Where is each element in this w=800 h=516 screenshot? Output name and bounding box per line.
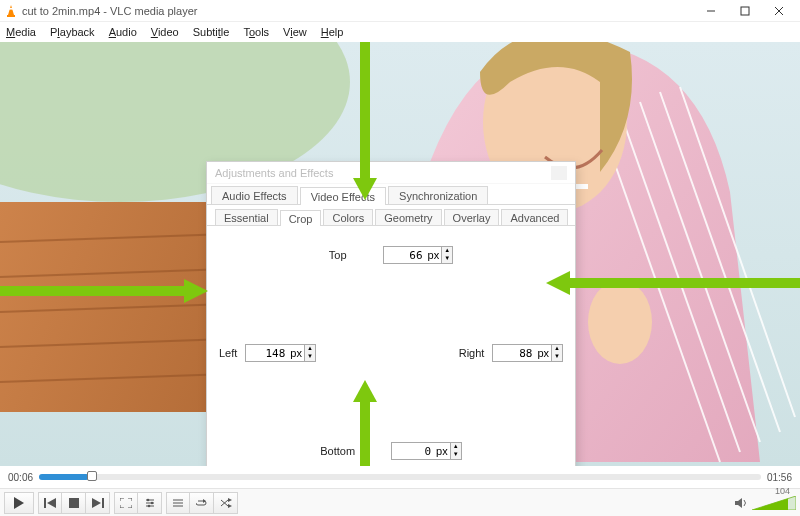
video-canvas: Adjustments and Effects Audio Effects Vi… — [0, 42, 800, 466]
menu-subtitle[interactable]: Subtitle — [193, 26, 230, 38]
main-tabs: Audio Effects Video Effects Synchronizat… — [207, 184, 575, 205]
svg-marker-48 — [228, 504, 232, 508]
crop-panel: Top px ▲▼ Left px ▲▼ R — [207, 226, 575, 466]
subtab-advanced[interactable]: Advanced — [501, 209, 568, 225]
maximize-button[interactable] — [728, 1, 762, 21]
menu-media[interactable]: Media — [6, 26, 36, 38]
seekbar[interactable] — [39, 474, 761, 480]
dialog-title: Adjustments and Effects — [215, 167, 551, 179]
seekbar-area: 00:06 01:56 — [0, 466, 800, 488]
close-window-button[interactable] — [762, 1, 796, 21]
speaker-icon — [734, 496, 748, 510]
spin-down-icon[interactable]: ▼ — [552, 353, 562, 361]
crop-top-input[interactable] — [384, 249, 426, 262]
menu-tools[interactable]: Tools — [243, 26, 269, 38]
dialog-close-button[interactable] — [551, 166, 567, 180]
crop-right-label: Right — [459, 347, 485, 359]
tab-synchronization[interactable]: Synchronization — [388, 186, 488, 204]
volume-control[interactable]: 104 — [734, 496, 796, 510]
spin-up-icon[interactable]: ▲ — [451, 443, 461, 451]
seekbar-fill — [39, 474, 89, 480]
vlc-logo-icon — [4, 4, 18, 18]
dialog-titlebar[interactable]: Adjustments and Effects — [207, 162, 575, 184]
crop-left-input[interactable] — [246, 347, 288, 360]
spin-up-icon[interactable]: ▲ — [305, 345, 315, 353]
fullscreen-button[interactable] — [114, 492, 138, 514]
menu-help[interactable]: Help — [321, 26, 344, 38]
svg-marker-31 — [14, 497, 24, 509]
menu-audio[interactable]: Audio — [109, 26, 137, 38]
crop-bottom-input[interactable] — [392, 445, 434, 458]
crop-top-label: Top — [329, 249, 347, 261]
time-total: 01:56 — [767, 472, 792, 483]
svg-point-42 — [147, 504, 150, 507]
subtab-colors[interactable]: Colors — [323, 209, 373, 225]
controlbar: 104 — [0, 488, 800, 516]
seekbar-thumb[interactable] — [87, 471, 97, 481]
spin-down-icon[interactable]: ▼ — [442, 255, 452, 263]
svg-rect-4 — [741, 7, 749, 15]
play-button[interactable] — [4, 492, 34, 514]
menu-view[interactable]: View — [283, 26, 307, 38]
svg-point-41 — [150, 501, 153, 504]
crop-right-spinbox[interactable]: px ▲▼ — [492, 344, 563, 362]
spin-up-icon[interactable]: ▲ — [552, 345, 562, 353]
time-elapsed: 00:06 — [8, 472, 33, 483]
titlebar: cut to 2min.mp4 - VLC media player — [0, 0, 800, 22]
menubar: Media Playback Audio Video Subtitle Tool… — [0, 22, 800, 42]
svg-rect-2 — [7, 15, 15, 17]
window-title: cut to 2min.mp4 - VLC media player — [22, 5, 694, 17]
svg-marker-47 — [228, 498, 232, 502]
tab-video-effects[interactable]: Video Effects — [300, 187, 386, 205]
spin-up-icon[interactable]: ▲ — [442, 247, 452, 255]
crop-top-spinbox[interactable]: px ▲▼ — [383, 246, 454, 264]
spin-down-icon[interactable]: ▼ — [451, 451, 461, 459]
svg-rect-34 — [69, 498, 79, 508]
menu-video[interactable]: Video — [151, 26, 179, 38]
next-button[interactable] — [86, 492, 110, 514]
svg-marker-35 — [92, 498, 101, 508]
crop-bottom-label: Bottom — [320, 445, 355, 457]
loop-button[interactable] — [190, 492, 214, 514]
svg-rect-1 — [9, 8, 13, 10]
menu-playback[interactable]: Playback — [50, 26, 95, 38]
svg-marker-0 — [8, 5, 14, 15]
svg-rect-32 — [44, 498, 46, 508]
prev-button[interactable] — [38, 492, 62, 514]
crop-left-label: Left — [219, 347, 237, 359]
crop-bottom-spinbox[interactable]: px ▲▼ — [391, 442, 462, 460]
svg-point-22 — [588, 280, 652, 364]
crop-left-spinbox[interactable]: px ▲▼ — [245, 344, 316, 362]
shuffle-button[interactable] — [214, 492, 238, 514]
subtab-crop[interactable]: Crop — [280, 210, 322, 226]
minimize-button[interactable] — [694, 1, 728, 21]
subtab-overlay[interactable]: Overlay — [444, 209, 500, 225]
ext-settings-button[interactable] — [138, 492, 162, 514]
crop-right-input[interactable] — [493, 347, 535, 360]
tab-audio-effects[interactable]: Audio Effects — [211, 186, 298, 204]
svg-marker-33 — [47, 498, 56, 508]
volume-percent: 104 — [775, 486, 790, 496]
stop-button[interactable] — [62, 492, 86, 514]
spin-down-icon[interactable]: ▼ — [305, 353, 315, 361]
svg-marker-49 — [735, 498, 742, 508]
video-effects-subtabs: Essential Crop Colors Geometry Overlay A… — [207, 205, 575, 226]
subtab-geometry[interactable]: Geometry — [375, 209, 441, 225]
playlist-button[interactable] — [166, 492, 190, 514]
subtab-essential[interactable]: Essential — [215, 209, 278, 225]
adjustments-effects-dialog: Adjustments and Effects Audio Effects Vi… — [206, 161, 576, 466]
svg-rect-36 — [102, 498, 104, 508]
svg-point-40 — [146, 498, 149, 501]
